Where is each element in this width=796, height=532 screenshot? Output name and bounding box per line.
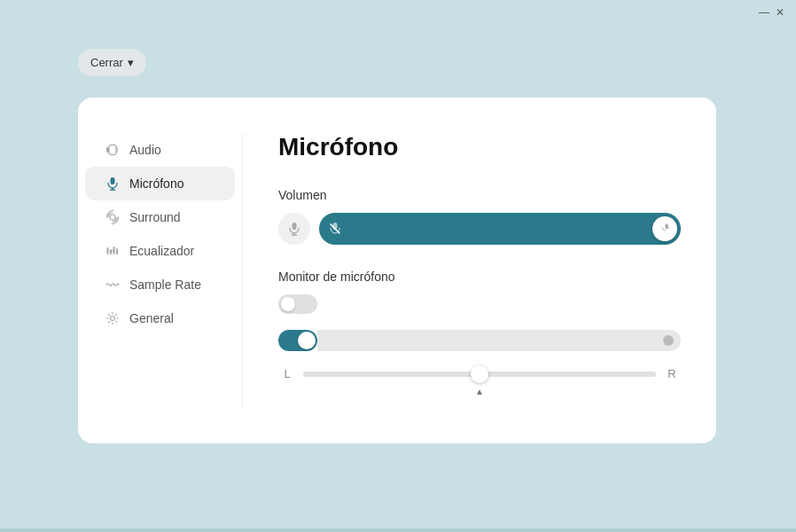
svg-rect-11 [293, 223, 297, 230]
lr-slider-track[interactable] [303, 372, 656, 377]
svg-rect-16 [666, 224, 669, 230]
svg-point-4 [110, 215, 115, 220]
monitor-label: Monitor de micrófono [278, 270, 681, 284]
minimize-button[interactable]: — [759, 7, 769, 18]
sidebar-item-surround-label: Surround [129, 210, 181, 224]
sidebar-item-samplerate[interactable]: Sample Rate [85, 268, 235, 301]
mic-icon [105, 176, 121, 192]
svg-rect-6 [107, 247, 109, 254]
lr-slider-container: L R ▲ [278, 367, 681, 396]
eq-icon [105, 243, 121, 259]
sidebar-item-audio-label: Audio [129, 143, 161, 157]
settings-card: Audio Micrófono [78, 98, 716, 443]
volume-muted-icon [328, 222, 342, 236]
cerrar-label: Cerrar [90, 56, 123, 69]
titlebar: — ✕ [748, 0, 796, 25]
svg-rect-7 [110, 249, 112, 254]
audio-icon [105, 142, 121, 158]
sidebar-item-audio[interactable]: Audio [85, 133, 235, 167]
wave-icon [105, 277, 121, 293]
sidebar-item-general[interactable]: General [85, 301, 235, 335]
sidebar-item-surround[interactable]: Surround [85, 200, 235, 234]
main-toggle-thumb [298, 332, 316, 349]
toggle-slider-combined [278, 330, 681, 351]
volume-thumb-icon [660, 223, 669, 235]
cerrar-button[interactable]: Cerrar ▾ [78, 49, 146, 76]
cerrar-chevron-icon: ▾ [128, 56, 134, 69]
sidebar-item-ecualizador[interactable]: Ecualizador [85, 234, 235, 268]
svg-rect-1 [111, 177, 115, 184]
lr-left-label: L [278, 367, 296, 380]
slider-row [278, 330, 681, 351]
volume-slider-thumb[interactable] [652, 216, 677, 241]
svg-rect-9 [116, 248, 118, 254]
volume-slider-track[interactable] [319, 213, 681, 245]
main-content: Micrófono Volumen [243, 124, 716, 417]
page-title: Micrófono [278, 133, 681, 161]
main-slider-track[interactable] [317, 330, 681, 351]
lr-right-label: R [663, 367, 681, 380]
svg-rect-8 [113, 246, 115, 254]
surround-icon [105, 209, 121, 225]
lr-slider-thumb[interactable] [471, 365, 488, 383]
lr-arrow-icon: ▲ [475, 387, 484, 396]
main-toggle[interactable] [278, 330, 317, 351]
volume-label: Volumen [278, 188, 681, 202]
monitor-row [278, 294, 681, 314]
gear-icon [105, 310, 121, 326]
monitor-toggle[interactable] [278, 294, 317, 314]
sidebar-item-samplerate-label: Sample Rate [129, 278, 201, 292]
slider-end-dot [663, 335, 674, 346]
mic-mute-button[interactable] [278, 213, 310, 245]
lr-row: L R [278, 367, 681, 380]
volume-row [278, 213, 681, 245]
sidebar-item-microfono-label: Micrófono [129, 176, 183, 191]
svg-point-10 [111, 317, 115, 321]
sidebar-item-microfono[interactable]: Micrófono [85, 167, 235, 200]
monitor-toggle-thumb [281, 297, 295, 311]
sidebar-item-general-label: General [129, 311, 174, 325]
sidebar: Audio Micrófono [78, 124, 242, 417]
close-button[interactable]: ✕ [775, 7, 785, 18]
sidebar-item-ecualizador-label: Ecualizador [129, 244, 194, 258]
bottom-bar [0, 528, 796, 532]
